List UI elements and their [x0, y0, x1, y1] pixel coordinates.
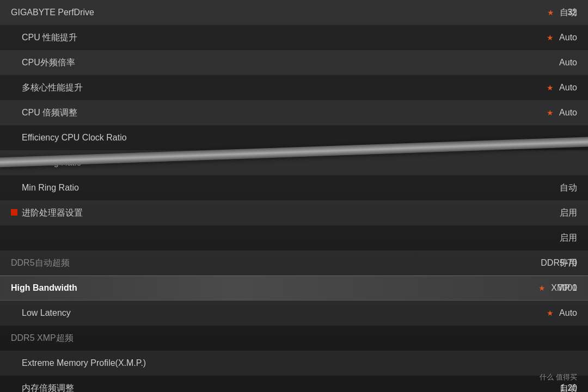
- row-value-min-ring-ratio: 自动: [560, 182, 577, 194]
- settings-row-gigabyte-perfdrive[interactable]: GIGABYTE PerfDrive★自动32: [0, 0, 588, 25]
- settings-row-cpu-ext-freq[interactable]: CPU外频倍率Auto: [0, 50, 588, 75]
- row-label-efficiency-cpu-clock: Efficiency CPU Clock Ratio: [11, 133, 207, 143]
- row-label-mem-ratio: 内存倍频调整: [11, 383, 207, 393]
- red-square-icon: [11, 209, 17, 216]
- settings-row-advanced-processor[interactable]: 进阶处理器设置启用: [0, 200, 588, 225]
- row-label-ddr5-auto-oc: DDR5自动超频: [11, 258, 207, 269]
- settings-row-min-ring-ratio[interactable]: Min Ring Ratio自动: [0, 175, 588, 200]
- row-value-right-ddr5-auto-oc: DDR5-70: [541, 258, 577, 268]
- row-label-multi-core-boost: 多核心性能提升: [11, 82, 207, 94]
- row-label-advanced-processor: 进阶处理器设置: [11, 207, 207, 219]
- row-label-cpu-ratio-adjust: CPU 倍频调整: [11, 107, 207, 119]
- row-label-min-ring-ratio: Min Ring Ratio: [11, 183, 207, 193]
- row-value-advanced-processor: 启用: [560, 207, 577, 219]
- star-icon: ★: [538, 284, 546, 292]
- star-icon: ★: [547, 309, 554, 317]
- watermark: 什么 值得买: [540, 372, 577, 382]
- settings-table: GIGABYTE PerfDrive★自动32CPU 性能提升★AutoCPU外…: [0, 0, 588, 392]
- row-value-cpu-ext-freq: Auto: [559, 58, 577, 68]
- star-icon: ★: [547, 8, 554, 17]
- settings-row-high-bandwidth[interactable]: High Bandwidth★XMP 17000: [0, 275, 588, 301]
- row-value-cpu-perf-boost: ★Auto: [547, 33, 577, 42]
- settings-row-cpu-ratio-adjust[interactable]: CPU 倍频调整★Auto: [0, 100, 588, 125]
- row-value-low-latency: ★Auto: [547, 308, 577, 318]
- settings-row-ddr5-xmp[interactable]: DDR5 XMP超频: [0, 326, 588, 351]
- row-label-high-bandwidth: High Bandwidth: [11, 283, 207, 293]
- settings-row-cpu-perf-boost[interactable]: CPU 性能提升★Auto: [0, 25, 588, 50]
- row-label-cpu-ext-freq: CPU外频倍率: [11, 57, 207, 69]
- settings-row-extreme-memory[interactable]: Extreme Memory Profile(X.M.P.): [0, 351, 588, 376]
- row-value-right-mem-ratio: 1.20: [560, 383, 577, 392]
- row-value-cpu-ratio-adjust: ★Auto: [547, 108, 577, 118]
- star-icon: ★: [547, 108, 554, 117]
- star-icon: ★: [547, 33, 554, 42]
- settings-row-multi-core-boost[interactable]: 多核心性能提升★Auto: [0, 75, 588, 100]
- settings-row-low-latency[interactable]: Low Latency★Auto: [0, 301, 588, 326]
- row-value-multi-core-boost: ★Auto: [547, 83, 577, 93]
- row-value-row-qidong: 启用: [560, 232, 577, 244]
- row-value-right-high-bandwidth: 7000: [558, 283, 577, 293]
- row-value-right-gigabyte-perfdrive: 32: [567, 8, 577, 17]
- settings-row-ddr5-auto-oc[interactable]: DDR5自动超频停用DDR5-70: [0, 250, 588, 275]
- row-label-extreme-memory: Extreme Memory Profile(X.M.P.): [11, 358, 207, 368]
- bios-screen: GIGABYTE PerfDrive★自动32CPU 性能提升★AutoCPU外…: [0, 0, 588, 392]
- row-label-cpu-perf-boost: CPU 性能提升: [11, 32, 207, 44]
- settings-row-row-qidong[interactable]: 启用: [0, 225, 588, 250]
- star-icon: ★: [547, 83, 554, 92]
- settings-row-mem-ratio[interactable]: 内存倍频调整自动1.20: [0, 376, 588, 392]
- row-label-gigabyte-perfdrive: GIGABYTE PerfDrive: [11, 8, 207, 17]
- row-label-low-latency: Low Latency: [11, 308, 207, 318]
- row-label-ddr5-xmp: DDR5 XMP超频: [11, 333, 207, 344]
